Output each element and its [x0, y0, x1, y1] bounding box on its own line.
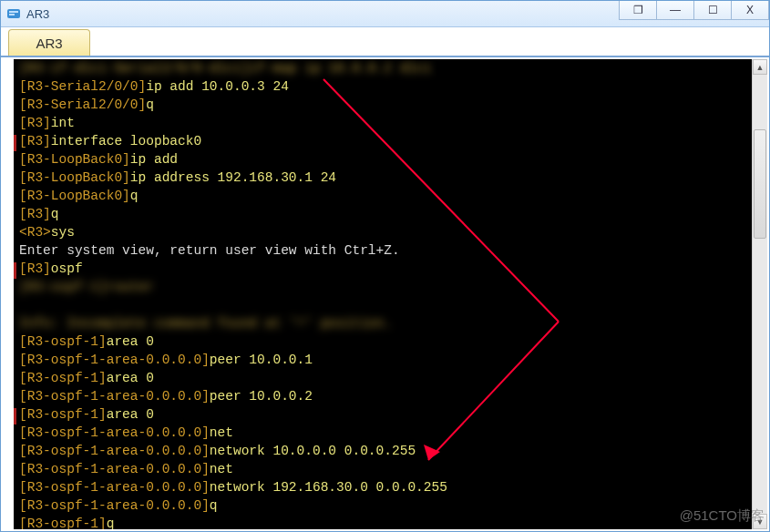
- terminal-line: Info: Incomplete command found at '^' po…: [19, 314, 762, 332]
- close-button[interactable]: X: [731, 1, 769, 20]
- app-window: AR3 ❐ — ☐ X AR3 [R3-if-dlci-Serial2/0/0-…: [0, 0, 770, 532]
- terminal-line: [R3-ospf-1]area 0: [19, 369, 762, 387]
- tab-label: AR3: [36, 36, 62, 51]
- close-icon: X: [746, 4, 754, 16]
- terminal-line: [R3-LoopBack0]ip address 192.168.30.1 24: [19, 169, 762, 187]
- terminal-line: [R3-ospf-1]area 0: [19, 332, 762, 351]
- svg-rect-2: [9, 14, 15, 15]
- terminal-line: [R3-ospf-1-area-0.0.0.0]network 192.168.…: [19, 478, 762, 496]
- scroll-thumb[interactable]: [754, 129, 766, 239]
- terminal-line: [R3]int: [19, 114, 762, 132]
- gutter-marker: [14, 135, 16, 151]
- maximize-icon: ☐: [708, 4, 718, 16]
- terminal-line: [R3-ospf-1-area-0.0.0.0]peer 10.0.0.1: [19, 351, 762, 369]
- gutter-marker: [14, 408, 16, 425]
- terminal-line: [R3]q: [19, 205, 762, 223]
- terminal-line: [R3-ospf-1-area-0.0.0.0]net: [19, 460, 762, 478]
- window-buttons: ❐ — ☐ X: [620, 1, 769, 26]
- terminal-line: [R3-ospf-1]q: [19, 515, 762, 529]
- restore-down-button[interactable]: ❐: [619, 1, 657, 20]
- watermark: @51CTO博客: [680, 507, 765, 525]
- tab-bar: AR3: [1, 27, 769, 57]
- svg-rect-1: [9, 11, 18, 13]
- terminal-line: [R3-ospf-1-area-0.0.0.0]q: [19, 496, 762, 515]
- scroll-track[interactable]: [753, 75, 767, 514]
- restore-overlap-icon: ❐: [633, 4, 643, 16]
- terminal-line: [R3-LoopBack0]ip add: [19, 150, 762, 169]
- terminal[interactable]: [R3-if-dlci-Serial2/0/0-dlci]if-map ip 1…: [14, 59, 767, 529]
- terminal-line: [R3]interface loopback0: [19, 132, 762, 150]
- app-icon: [6, 6, 21, 21]
- scroll-up-button[interactable]: ▲: [753, 59, 767, 75]
- terminal-line: [R3-ospf-1-area-0.0.0.0]peer 10.0.0.2: [19, 387, 762, 405]
- terminal-line: [R3-ospf-1-area-0.0.0.0]network 10.0.0.0…: [19, 442, 762, 460]
- terminal-line: Enter system view, return user view with…: [19, 241, 762, 260]
- chevron-up-icon: ▲: [756, 63, 765, 72]
- terminal-line: [19, 296, 762, 314]
- terminal-line: [R3-ospf-1]area 0: [19, 405, 762, 424]
- gutter-marker: [14, 262, 16, 279]
- titlebar[interactable]: AR3 ❐ — ☐ X: [1, 1, 769, 27]
- window-title: AR3: [26, 7, 620, 21]
- terminal-line: [R3-ospf-1]router: [19, 278, 762, 296]
- terminal-line: <R3>sys: [19, 223, 762, 241]
- minimize-icon: —: [670, 4, 681, 16]
- terminal-line: [R3-if-dlci-Serial2/0/0-dlci]if-map ip 1…: [19, 59, 762, 77]
- terminal-line: [R3-ospf-1-area-0.0.0.0]net: [19, 424, 762, 442]
- terminal-line: [R3-LoopBack0]q: [19, 187, 762, 205]
- terminal-container: [R3-if-dlci-Serial2/0/0-dlci]if-map ip 1…: [1, 57, 769, 531]
- minimize-button[interactable]: —: [656, 1, 694, 20]
- terminal-line: [R3-Serial2/0/0]q: [19, 96, 762, 114]
- maximize-button[interactable]: ☐: [693, 1, 732, 20]
- terminal-line: [R3-Serial2/0/0]ip add 10.0.0.3 24: [19, 77, 762, 96]
- scrollbar[interactable]: ▲ ▼: [752, 59, 767, 529]
- terminal-line: [R3]ospf: [19, 260, 762, 278]
- tab-ar3[interactable]: AR3: [8, 29, 90, 56]
